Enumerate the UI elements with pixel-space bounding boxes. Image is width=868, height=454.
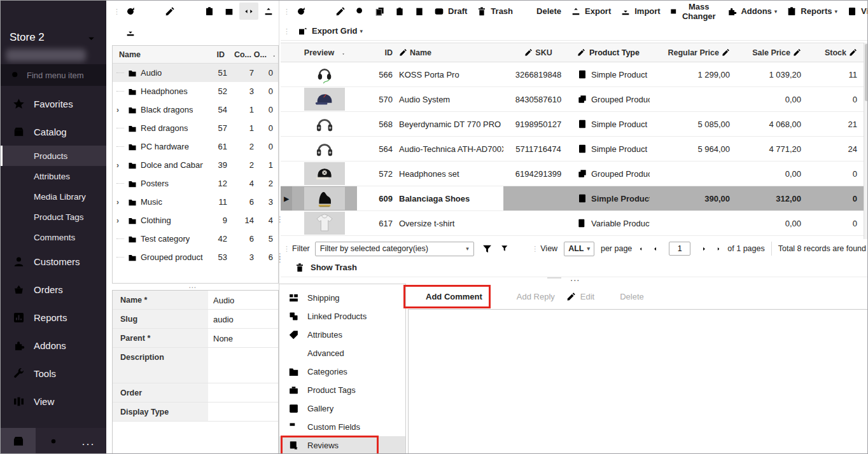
product-type-label: Simple Product bbox=[591, 120, 647, 129]
add-reply-label: Add Reply bbox=[517, 292, 555, 301]
toolbar-drag-handle[interactable]: ⋮ bbox=[283, 30, 287, 32]
toolbar-drag-handle[interactable]: ⋮ bbox=[531, 247, 535, 250]
menu-search[interactable]: Find menu item bbox=[1, 64, 106, 86]
comments-content-area[interactable] bbox=[408, 309, 868, 454]
product-row[interactable]: ▶ 564 Audio-Technica ATH-AD700X A 571171… bbox=[281, 137, 864, 162]
comments-toolbar: Add Comment Add Reply Edit Delete bbox=[406, 286, 650, 307]
category-row[interactable]: › Grouped product 53 3 6 bbox=[113, 248, 278, 266]
column-header-sku[interactable]: SKU bbox=[503, 48, 573, 57]
catalog-mode-button[interactable] bbox=[1, 428, 36, 454]
column-header-id[interactable]: ID bbox=[200, 50, 225, 59]
settings-button[interactable] bbox=[36, 428, 71, 454]
column-header-product-type[interactable]: Product Type bbox=[573, 48, 650, 57]
category-row[interactable]: › Headphones 52 3 0 bbox=[113, 82, 278, 100]
expand-chevron-icon[interactable]: › bbox=[116, 106, 124, 114]
column-header-order[interactable]: O... bbox=[251, 50, 278, 59]
add-reply-button[interactable]: Add Reply bbox=[497, 289, 561, 305]
column-header-preview[interactable]: Preview bbox=[292, 48, 357, 57]
clear-filter-button[interactable] bbox=[500, 244, 511, 254]
category-row[interactable]: › Audio 51 7 0 bbox=[113, 64, 278, 82]
toolbar-button-label: Reports bbox=[801, 6, 832, 16]
product-row[interactable]: ▶ 568 Beyerdynamic DT 770 PRO 80 C 91989… bbox=[281, 112, 864, 137]
scrollbar-thumb[interactable] bbox=[865, 44, 868, 101]
column-menu-button[interactable] bbox=[281, 48, 292, 57]
edit-comment-button[interactable]: Edit bbox=[561, 289, 600, 305]
category-order: 0 bbox=[254, 86, 278, 96]
toolbar-icon bbox=[263, 6, 274, 17]
category-order: 6 bbox=[254, 252, 278, 262]
show-trash-button[interactable]: Show Trash bbox=[311, 263, 357, 272]
per-page-select[interactable]: ALL ▾ bbox=[564, 242, 594, 256]
category-row[interactable]: › Music 11 6 3 bbox=[113, 193, 278, 211]
product-row[interactable]: ▶ 617 Oversize t-shirt Variable P bbox=[281, 211, 864, 236]
category-id: 39 bbox=[203, 160, 227, 170]
product-preview-image bbox=[304, 212, 345, 235]
sidebar-item-label: Attributes bbox=[34, 172, 70, 181]
category-row[interactable]: › Dolce and Cabana 39 2 1 bbox=[113, 156, 278, 174]
hamburger-menu-button[interactable] bbox=[10, 6, 30, 22]
store-selector[interactable]: Store 2 bbox=[1, 30, 106, 48]
previous-page-button[interactable] bbox=[652, 244, 662, 254]
next-page-button[interactable] bbox=[697, 244, 707, 254]
toolbar-icon bbox=[571, 6, 581, 17]
product-row[interactable]: ▶ 566 KOSS Porta Pro 3266819848 Si bbox=[281, 62, 864, 87]
hamburger-icon bbox=[10, 6, 25, 22]
more-options-button[interactable]: ... bbox=[570, 276, 580, 280]
category-name: Music bbox=[141, 197, 162, 207]
folder-icon bbox=[127, 106, 137, 114]
apply-filter-button[interactable] bbox=[482, 244, 493, 254]
product-stock: 21 bbox=[809, 112, 864, 136]
expand-chevron-icon[interactable]: › bbox=[116, 198, 124, 207]
product-row[interactable]: ▶ 572 Headphones set 6194291399 Gr bbox=[281, 162, 864, 186]
form-field-value: audio bbox=[213, 315, 234, 324]
export-grid-label: Export Grid bbox=[312, 26, 358, 36]
category-rows: › Audio 51 7 0 › Headphones 52 bbox=[113, 64, 278, 266]
order-field[interactable]: ▾ ▴▾ bbox=[208, 383, 278, 402]
description-field[interactable]: ▾ ▴▾ bbox=[208, 348, 278, 383]
product-preview-image bbox=[304, 63, 345, 86]
add-comment-button[interactable]: Add Comment bbox=[406, 289, 488, 305]
category-row[interactable]: › Posters 12 4 2 bbox=[113, 174, 278, 193]
column-header-name[interactable]: Name bbox=[396, 48, 503, 57]
sidebar-item-label: Tools bbox=[34, 368, 56, 379]
category-id: 52 bbox=[203, 86, 227, 96]
category-row[interactable]: › Black dragons 54 1 0 bbox=[113, 100, 278, 119]
column-header-id[interactable]: ID bbox=[357, 48, 396, 57]
sort-ascending-icon bbox=[268, 51, 276, 58]
delete-comment-button[interactable]: Delete bbox=[600, 289, 650, 305]
category-id: 9 bbox=[203, 216, 227, 225]
toolbar-drag-handle[interactable]: ⋮ bbox=[283, 247, 287, 250]
category-row[interactable]: › PC hardware 61 2 0 bbox=[113, 137, 278, 156]
column-header-name[interactable]: Name bbox=[113, 50, 200, 59]
vertical-scrollbar[interactable] bbox=[864, 43, 868, 239]
export-grid-button[interactable]: Export Grid ▾ bbox=[293, 22, 367, 39]
expand-chevron-icon[interactable]: › bbox=[116, 161, 124, 170]
column-header-count[interactable]: Co... bbox=[225, 50, 251, 59]
first-page-button[interactable] bbox=[636, 244, 646, 254]
more-button[interactable]: ... bbox=[71, 428, 106, 454]
column-header-sale-price[interactable]: Sale Price bbox=[739, 48, 809, 57]
toolbar-drag-handle[interactable]: ⋮ bbox=[283, 10, 287, 13]
last-page-button[interactable] bbox=[713, 244, 723, 254]
sidebar-item-label: Favorites bbox=[34, 99, 73, 109]
column-header-stock[interactable]: Stock bbox=[809, 48, 864, 57]
toolbar-drag-handle[interactable]: ⋮ bbox=[113, 10, 117, 13]
slug-field[interactable]: audio ▾ ▴▾ bbox=[208, 310, 278, 328]
category-row[interactable]: › Test category 42 6 5 bbox=[113, 230, 278, 248]
product-regular-price: 5 085,00 bbox=[650, 112, 739, 136]
display-type-field[interactable]: ▾ ▴▾ bbox=[208, 402, 278, 421]
name-field[interactable]: Audio ▾ ▴▾ bbox=[208, 291, 278, 309]
product-row[interactable]: ▶ 609 Balanciaga Shoes Simple Pro bbox=[281, 186, 864, 211]
tree-connector bbox=[116, 91, 124, 92]
product-row[interactable]: ▶ 570 Audio System 8430587610 Grou bbox=[281, 87, 864, 112]
form-field-label: Slug bbox=[113, 310, 208, 328]
column-header-regular-price[interactable]: Regular Price bbox=[650, 48, 739, 57]
product-name: Headphones set bbox=[396, 162, 503, 186]
expand-chevron-icon[interactable]: › bbox=[116, 216, 124, 225]
parent-field[interactable]: None ▾ ▴▾ bbox=[208, 329, 278, 347]
filter-select[interactable]: Filter by selected category(ies) ▾ bbox=[315, 242, 474, 256]
category-count: 14 bbox=[227, 216, 254, 225]
page-number-input[interactable] bbox=[669, 242, 690, 256]
category-row[interactable]: › Clothing 9 14 4 bbox=[113, 211, 278, 230]
category-row[interactable]: › Red dragons 57 1 0 bbox=[113, 119, 278, 137]
